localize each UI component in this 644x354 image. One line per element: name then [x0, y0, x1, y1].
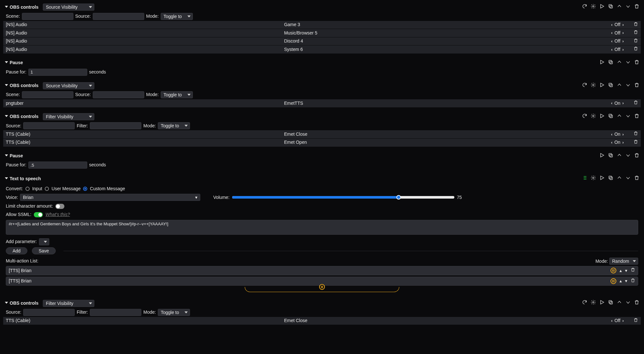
volume-slider[interactable] — [232, 195, 454, 200]
filter-select[interactable] — [90, 309, 141, 316]
gear-icon[interactable] — [591, 82, 596, 90]
trash-icon[interactable] — [633, 38, 638, 45]
caret-up-icon[interactable]: ▴ — [620, 268, 622, 274]
play-icon[interactable] — [599, 4, 605, 11]
gear-icon[interactable] — [591, 175, 596, 182]
refresh-icon[interactable] — [582, 300, 587, 307]
play-icon[interactable] — [599, 113, 605, 121]
play-icon[interactable] — [599, 300, 605, 307]
move-up-icon[interactable] — [617, 4, 622, 11]
caret-up-icon[interactable]: ▴ — [620, 278, 622, 284]
move-down-icon[interactable] — [625, 175, 631, 182]
row-state[interactable]: Off — [614, 318, 620, 324]
trash-icon[interactable] — [634, 113, 639, 121]
list-icon[interactable] — [582, 175, 587, 182]
move-down-icon[interactable] — [625, 82, 631, 90]
limit-chars-toggle[interactable] — [55, 204, 64, 209]
trash-icon[interactable] — [633, 22, 638, 28]
mode-select[interactable]: Toggle to — [161, 13, 193, 20]
source-select[interactable] — [23, 309, 75, 316]
copy-icon[interactable] — [608, 82, 613, 90]
chevron-right-icon[interactable]: › — [622, 140, 624, 145]
trash-icon[interactable] — [634, 59, 639, 67]
chevron-right-icon[interactable]: › — [622, 22, 624, 28]
pause-icon[interactable] — [611, 268, 616, 273]
chevron-right-icon[interactable]: › — [622, 132, 624, 137]
move-down-icon[interactable] — [625, 4, 631, 11]
allow-ssml-toggle[interactable] — [34, 212, 43, 217]
pause-duration-input[interactable] — [28, 162, 87, 169]
chevron-left-icon[interactable]: ‹ — [611, 318, 612, 324]
tts-message-textarea[interactable] — [6, 220, 638, 235]
chevron-left-icon[interactable]: ‹ — [611, 100, 612, 106]
move-down-icon[interactable] — [625, 152, 631, 160]
move-up-icon[interactable] — [617, 152, 622, 160]
trash-icon[interactable] — [634, 82, 639, 90]
radio-input[interactable] — [25, 187, 30, 191]
mode-select[interactable]: Toggle to — [158, 122, 190, 129]
radio-user-message[interactable] — [45, 187, 49, 191]
panel-toggle[interactable]: OBS controls — [5, 113, 38, 120]
chevron-left-icon[interactable]: ‹ — [611, 22, 612, 28]
whats-this-link[interactable]: What's this? — [45, 211, 70, 218]
chevron-right-icon[interactable]: › — [622, 318, 624, 324]
pause-duration-input[interactable] — [28, 69, 87, 76]
voice-select[interactable]: Brian ▾ — [20, 194, 200, 201]
scene-select[interactable] — [22, 13, 73, 20]
move-up-icon[interactable] — [617, 82, 622, 90]
chevron-left-icon[interactable]: ‹ — [611, 30, 612, 36]
chevron-right-icon[interactable]: › — [622, 47, 624, 53]
copy-icon[interactable] — [608, 4, 613, 11]
action-type-select[interactable]: Source Visibility — [43, 82, 94, 89]
chevron-left-icon[interactable]: ‹ — [611, 132, 612, 137]
list-item[interactable]: [TTS] Brian ▴ ▾ — [6, 266, 638, 275]
action-type-select[interactable]: Source Visibility — [43, 4, 94, 11]
chevron-left-icon[interactable]: ‹ — [611, 47, 612, 53]
pause-icon[interactable] — [611, 278, 616, 284]
row-state[interactable]: Off — [614, 38, 620, 44]
refresh-icon[interactable] — [582, 82, 587, 90]
save-button[interactable]: Save — [32, 247, 56, 254]
mode-select[interactable]: Toggle to — [161, 91, 193, 98]
mode-select[interactable]: Toggle to — [158, 309, 190, 316]
gear-icon[interactable] — [591, 4, 596, 11]
trash-icon[interactable] — [633, 318, 638, 324]
trash-icon[interactable] — [634, 300, 639, 307]
copy-icon[interactable] — [608, 175, 613, 182]
row-state[interactable]: Off — [614, 30, 620, 36]
chevron-right-icon[interactable]: › — [622, 38, 624, 44]
trash-icon[interactable] — [634, 4, 639, 11]
insert-pause-bar[interactable] — [245, 287, 399, 292]
panel-toggle[interactable]: Pause — [5, 60, 23, 66]
caret-down-icon[interactable]: ▾ — [625, 268, 627, 274]
move-up-icon[interactable] — [617, 59, 622, 67]
trash-icon[interactable] — [633, 139, 638, 146]
chevron-left-icon[interactable]: ‹ — [611, 140, 612, 145]
refresh-icon[interactable] — [582, 113, 587, 121]
copy-icon[interactable] — [608, 152, 613, 160]
row-state[interactable]: On — [614, 131, 620, 138]
trash-icon[interactable] — [633, 131, 638, 138]
panel-toggle[interactable]: OBS controls — [5, 83, 38, 89]
gear-icon[interactable] — [591, 113, 596, 121]
row-state[interactable]: Off — [614, 46, 620, 53]
trash-icon[interactable] — [630, 278, 635, 285]
action-type-select[interactable]: Filter Visibility — [43, 113, 94, 120]
source-select[interactable] — [23, 122, 75, 129]
trash-icon[interactable] — [633, 30, 638, 36]
play-icon[interactable] — [599, 59, 605, 67]
move-down-icon[interactable] — [625, 113, 631, 121]
trash-icon[interactable] — [634, 152, 639, 160]
trash-icon[interactable] — [630, 267, 635, 274]
play-icon[interactable] — [599, 82, 605, 90]
chevron-right-icon[interactable]: › — [622, 100, 624, 106]
move-up-icon[interactable] — [617, 300, 622, 307]
chevron-left-icon[interactable]: ‹ — [611, 38, 612, 44]
gear-icon[interactable] — [591, 300, 596, 307]
move-down-icon[interactable] — [625, 59, 631, 67]
row-state[interactable]: On — [614, 100, 620, 107]
caret-down-icon[interactable]: ▾ — [625, 278, 627, 284]
move-down-icon[interactable] — [625, 300, 631, 307]
filter-select[interactable] — [90, 122, 141, 129]
radio-custom-message[interactable] — [83, 187, 87, 191]
